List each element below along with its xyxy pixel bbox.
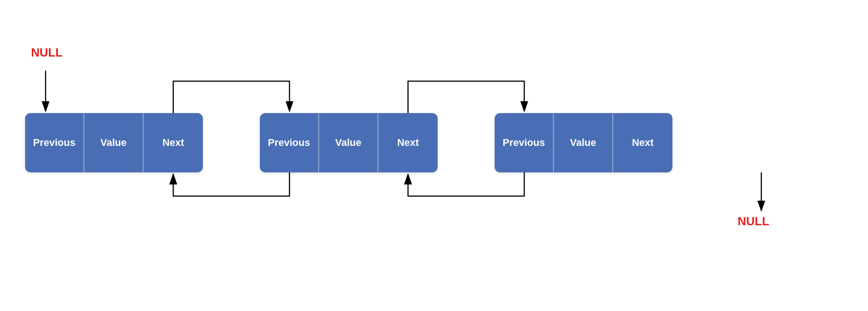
node1-value-cell: Value xyxy=(84,113,144,172)
diagram: NULL NULL Previous Value Next Previous V… xyxy=(0,0,868,311)
node3-next-cell: Next xyxy=(613,113,672,172)
node2-prev-to-node1-next-arrow xyxy=(173,172,289,196)
node2-value-cell: Value xyxy=(319,113,378,172)
linked-list-node-1: Previous Value Next xyxy=(25,113,203,172)
null-label-bottom: NULL xyxy=(738,214,769,228)
linked-list-node-2: Previous Value Next xyxy=(260,113,438,172)
node1-prev-cell: Previous xyxy=(25,113,84,172)
node3-value-cell: Value xyxy=(554,113,613,172)
node2-next-cell: Next xyxy=(378,113,438,172)
null-label-top: NULL xyxy=(31,46,62,60)
node2-prev-cell: Previous xyxy=(260,113,319,172)
node3-prev-to-node2-next-arrow xyxy=(408,172,524,196)
node1-next-cell: Next xyxy=(144,113,203,172)
node1-next-to-node2-prev-arrow xyxy=(173,81,289,113)
linked-list-node-3: Previous Value Next xyxy=(495,113,672,172)
node3-prev-cell: Previous xyxy=(495,113,554,172)
node2-next-to-node3-prev-arrow xyxy=(408,81,524,113)
